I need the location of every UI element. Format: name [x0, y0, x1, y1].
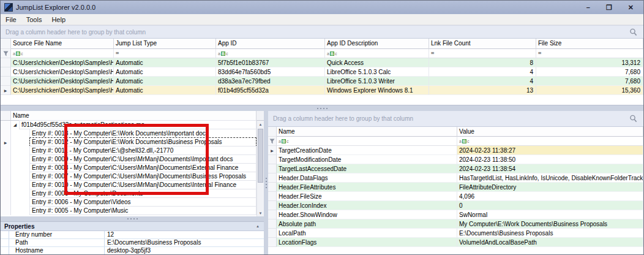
- detail-row-selected[interactable]: ▶ TargetCreationDate 2024-02-23 11:38:27: [268, 146, 643, 155]
- column-header-name[interactable]: Name: [277, 127, 457, 137]
- vertical-splitter[interactable]: [264, 111, 268, 254]
- cell-file-size[interactable]: 7,680: [536, 77, 643, 86]
- detail-name[interactable]: Header.IconIndex: [277, 201, 457, 210]
- cell-jump-list-type[interactable]: Automatic: [114, 58, 216, 67]
- tree-entry[interactable]: Entry #: 0008 - My Computer\C:\Users\MrM…: [1, 164, 256, 172]
- detail-name[interactable]: Absolute path: [277, 219, 457, 229]
- cell-lnk-file-count[interactable]: 4: [429, 77, 536, 86]
- expand-collapse-icon[interactable]: ◢: [11, 121, 19, 129]
- cell-file-size[interactable]: 7,680: [536, 67, 643, 77]
- detail-value[interactable]: E:\Documents\Business Proposals: [457, 229, 643, 238]
- cell-jump-list-type[interactable]: Automatic: [114, 86, 216, 95]
- tree-entry[interactable]: Entry #: 0011 - My Computer\E:\@shell32.…: [1, 147, 256, 155]
- tree-entry[interactable]: Entry #: 0005 - My Computer\Music: [1, 207, 256, 215]
- scroll-up-icon[interactable]: ▲: [257, 121, 264, 128]
- column-header-app-id[interactable]: App ID: [216, 39, 325, 49]
- tree-entry[interactable]: Entry #: 0013 - My Computer\E:\Work Docu…: [1, 129, 256, 138]
- cell-lnk-file-count[interactable]: 13: [429, 86, 536, 95]
- cell-app-id[interactable]: d38a3ea7ec79fbed: [216, 77, 325, 86]
- detail-value[interactable]: VolumeIdAndLocalBasePath: [457, 238, 643, 247]
- filter-cell-app-id[interactable]: aBc: [216, 49, 325, 58]
- detail-value[interactable]: 4,096: [457, 192, 643, 201]
- detail-name[interactable]: Header.ShowWindow: [277, 210, 457, 219]
- property-value[interactable]: desktop-3qp5jf3: [105, 247, 264, 254]
- detail-name[interactable]: Header.DataFlags: [277, 173, 457, 183]
- tree-entry[interactable]: Entry #: 0007 - My Computer\C:\Users\MrM…: [1, 172, 256, 181]
- minimize-button[interactable]: –: [586, 4, 590, 11]
- detail-row[interactable]: Header.ShowWindow SwNormal: [268, 210, 643, 219]
- tree-entry[interactable]: Entry #: 0010 - My Computer\C:\Users\MrM…: [1, 181, 256, 189]
- detail-row[interactable]: LocationFlags VolumeIdAndLocalBasePath: [268, 238, 643, 247]
- filter-cell-app-id-description[interactable]: aBc: [325, 49, 429, 58]
- properties-header[interactable]: Properties ▲: [1, 222, 264, 231]
- search-icon[interactable]: [629, 28, 637, 36]
- scroll-down-icon[interactable]: ▼: [257, 210, 264, 216]
- detail-value[interactable]: 0: [457, 201, 643, 210]
- cell-jump-list-type[interactable]: Automatic: [114, 77, 216, 86]
- cell-file-size[interactable]: 15,360: [536, 86, 643, 95]
- column-header-lnk-file-count[interactable]: Lnk File Count: [429, 39, 536, 49]
- collapse-icon[interactable]: ▲: [256, 224, 260, 228]
- group-by-bar-detail[interactable]: Drag a column header here to group by th…: [268, 111, 643, 127]
- tree-root-row[interactable]: ◢ f01b4d95cf55d32a.automaticDestinations…: [1, 121, 256, 129]
- detail-name[interactable]: LocalPath: [277, 229, 457, 238]
- filter-cell-source-file-name[interactable]: aBc: [11, 49, 114, 58]
- horizontal-splitter-tree-properties[interactable]: [1, 216, 264, 221]
- tree-scrollbar[interactable]: ▲ ▼: [256, 121, 264, 216]
- table-row[interactable]: C:\Users\chicken\Desktop\Samples\HackThe…: [1, 58, 643, 67]
- titlebar[interactable]: JumpList Explorer v2.0.0.0 – ❐ ✕: [1, 1, 643, 14]
- detail-name[interactable]: LocationFlags: [277, 238, 457, 247]
- detail-name[interactable]: Header.FileAttributes: [277, 183, 457, 192]
- detail-value[interactable]: 2024-02-23 11:38:54: [457, 164, 643, 173]
- detail-row[interactable]: Absolute path My Computer\E:\Work Docume…: [268, 219, 643, 229]
- tree-entry[interactable]: Entry #: 0006 - My Computer\Videos: [1, 198, 256, 207]
- filter-cell-value[interactable]: aBc: [457, 137, 643, 146]
- cell-lnk-file-count[interactable]: 4: [429, 67, 536, 77]
- cell-app-id-description[interactable]: Quick Access: [325, 58, 429, 67]
- tree-entry[interactable]: Entry #: 0003 - My Computer\Documents: [1, 189, 256, 198]
- filter-cell-file-size[interactable]: =: [536, 49, 643, 58]
- column-header-jump-list-type[interactable]: Jump List Type: [114, 39, 216, 49]
- horizontal-splitter[interactable]: [1, 105, 643, 111]
- detail-name[interactable]: TargetCreationDate: [277, 146, 457, 155]
- filter-cell-lnk-file-count[interactable]: =: [429, 49, 536, 58]
- cell-file-size[interactable]: 13,312: [536, 58, 643, 67]
- table-row[interactable]: C:\Users\chicken\Desktop\Samples\HackThe…: [1, 67, 643, 77]
- detail-value[interactable]: My Computer\E:\Work Documents\Business P…: [457, 219, 643, 229]
- cell-app-id-description[interactable]: LibreOffice 5.1.0.3 Writer: [325, 77, 429, 86]
- table-row-selected[interactable]: ▶ C:\Users\chicken\Desktop\Samples\HackT…: [1, 86, 643, 95]
- property-value[interactable]: 12: [105, 231, 264, 239]
- column-header-app-id-description[interactable]: App ID Description: [325, 39, 429, 49]
- detail-value[interactable]: SwNormal: [457, 210, 643, 219]
- detail-name[interactable]: Header.FileSize: [277, 192, 457, 201]
- detail-value[interactable]: HasTargetIdList, HasLinkInfo, IsUnicode,…: [457, 173, 643, 183]
- cell-lnk-file-count[interactable]: 8: [429, 58, 536, 67]
- filter-cell-jump-list-type[interactable]: =: [114, 49, 216, 58]
- detail-value[interactable]: FileAttributeDirectory: [457, 183, 643, 192]
- cell-source-file-name[interactable]: C:\Users\chicken\Desktop\Samples\HackThe…: [11, 86, 114, 95]
- detail-row[interactable]: TargetModificationDate 2024-02-23 11:38:…: [268, 155, 643, 164]
- cell-app-id[interactable]: 83dd64e7fa560bd5: [216, 67, 325, 77]
- restore-button[interactable]: ❐: [606, 4, 612, 11]
- cell-app-id-description[interactable]: LibreOffice 5.1.0.3 Calc: [325, 67, 429, 77]
- column-header-source-file-name[interactable]: Source File Name: [11, 39, 114, 49]
- close-button[interactable]: ✕: [628, 4, 634, 11]
- property-value[interactable]: E:\Documents\Business Proposals: [105, 239, 264, 247]
- search-icon[interactable]: [629, 115, 637, 123]
- cell-jump-list-type[interactable]: Automatic: [114, 67, 216, 77]
- filter-cell-name[interactable]: aBc: [277, 137, 457, 146]
- detail-row[interactable]: Header.FileAttributes FileAttributeDirec…: [268, 183, 643, 192]
- detail-row[interactable]: Header.IconIndex 0: [268, 201, 643, 210]
- detail-name[interactable]: TargetLastAccessedDate: [277, 164, 457, 173]
- column-header-file-size[interactable]: File Size: [536, 39, 643, 49]
- cell-app-id[interactable]: 5f7b5f1e01b83767: [216, 58, 325, 67]
- detail-value[interactable]: 2024-02-23 11:38:50: [457, 155, 643, 164]
- menu-tools[interactable]: Tools: [21, 16, 47, 23]
- tree-column-header-name[interactable]: Name: [11, 111, 256, 121]
- menu-file[interactable]: File: [1, 16, 21, 23]
- detail-name[interactable]: TargetModificationDate: [277, 155, 457, 164]
- detail-row[interactable]: Header.DataFlags HasTargetIdList, HasLin…: [268, 173, 643, 183]
- cell-app-id-description[interactable]: Windows Explorer Windows 8.1: [325, 86, 429, 95]
- cell-source-file-name[interactable]: C:\Users\chicken\Desktop\Samples\HackThe…: [11, 77, 114, 86]
- scrollbar-thumb[interactable]: [258, 129, 263, 183]
